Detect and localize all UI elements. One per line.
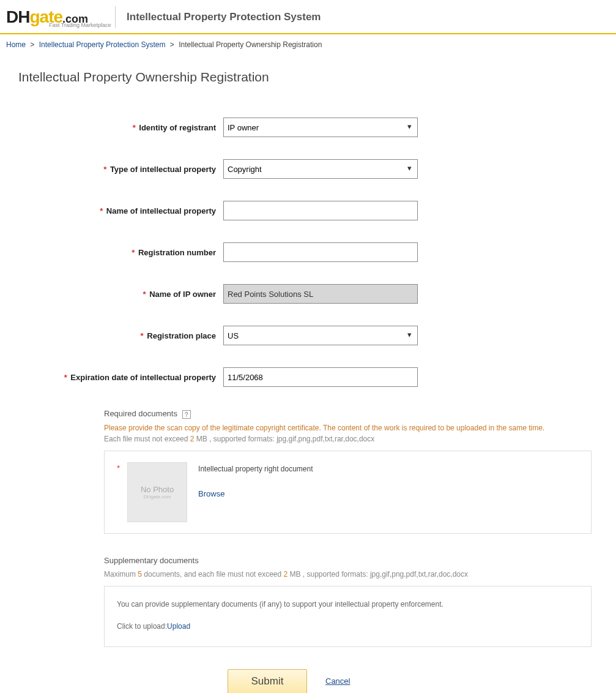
supp-line1: You can provide supplementary documents … — [117, 600, 579, 609]
breadcrumb-system[interactable]: Intellectual Property Protection System — [39, 40, 166, 49]
upload-text: Intellectual property right document Bro… — [198, 462, 313, 498]
breadcrumb: Home > Intellectual Property Protection … — [0, 34, 616, 53]
cancel-link[interactable]: Cancel — [325, 676, 350, 686]
logo-dh: DH — [6, 7, 29, 26]
label-identity: * Identity of registrant — [6, 123, 223, 132]
row-owner: * Name of IP owner — [6, 284, 610, 304]
supp-line2: Click to upload:Upload — [117, 622, 579, 631]
logo-tagline: Fast Trading Marketplace — [49, 22, 111, 28]
req-asterisk: * — [117, 463, 120, 473]
form-area: * Identity of registrant IP owner * Type… — [0, 91, 616, 693]
supp-heading: Supplementary documents — [104, 556, 592, 565]
divider — [115, 6, 116, 28]
row-expire: * Expiration date of intellectual proper… — [6, 367, 610, 387]
input-owner — [223, 284, 418, 304]
breadcrumb-current: Intellectual Property Ownership Registra… — [179, 40, 322, 49]
label-owner: * Name of IP owner — [6, 290, 223, 299]
browse-link[interactable]: Browse — [198, 489, 313, 498]
supp-sub: Maximum 5 documents, and each file must … — [104, 570, 592, 579]
no-photo-placeholder: No Photo DHgate.com — [127, 462, 187, 522]
button-row: Submit Cancel — [228, 669, 610, 693]
supp-box: You can provide supplementary documents … — [104, 586, 592, 647]
label-expire: * Expiration date of intellectual proper… — [6, 373, 223, 382]
required-docs-section: Required documents ? Please provide the … — [104, 409, 592, 534]
submit-button[interactable]: Submit — [228, 669, 307, 693]
upload-box: * No Photo DHgate.com Intellectual prope… — [104, 451, 592, 534]
doc-label: Intellectual property right document — [198, 465, 313, 473]
select-type[interactable]: Copyright — [223, 159, 418, 179]
row-reg-num: * Registration number — [6, 242, 610, 262]
header-bar: DHgate.com Fast Trading Marketplace Inte… — [0, 0, 616, 34]
breadcrumb-home[interactable]: Home — [6, 40, 26, 49]
row-type: * Type of intellectual property Copyrigh… — [6, 159, 610, 179]
no-photo-text: No Photo — [141, 485, 174, 494]
header-title: Intellectual Property Protection System — [127, 11, 321, 23]
label-reg-num: * Registration number — [6, 248, 223, 257]
upload-link[interactable]: Upload — [167, 622, 190, 631]
row-identity: * Identity of registrant IP owner — [6, 118, 610, 137]
label-place: * Registration place — [6, 331, 223, 340]
input-reg-num[interactable] — [223, 242, 418, 262]
breadcrumb-sep: > — [30, 40, 34, 49]
select-place[interactable]: US — [223, 326, 418, 345]
select-identity[interactable]: IP owner — [223, 118, 418, 137]
supplementary-section: Supplementary documents Maximum 5 docume… — [104, 556, 592, 647]
row-name-ip: * Name of intellectual property — [6, 201, 610, 220]
logo[interactable]: DHgate.com Fast Trading Marketplace — [6, 7, 88, 27]
label-type: * Type of intellectual property — [6, 165, 223, 174]
page-title: Intellectual Property Ownership Registra… — [0, 53, 616, 91]
breadcrumb-sep: > — [170, 40, 174, 49]
no-photo-sub: DHgate.com — [144, 494, 171, 500]
row-place: * Registration place US — [6, 326, 610, 345]
input-expire[interactable] — [223, 367, 418, 387]
label-name-ip: * Name of intellectual property — [6, 206, 223, 215]
required-docs-heading: Required documents ? — [104, 409, 592, 419]
required-docs-notice: Please provide the scan copy of the legi… — [104, 424, 592, 432]
required-docs-sub: Each file must not exceed 2 MB , support… — [104, 435, 592, 443]
help-icon[interactable]: ? — [182, 410, 191, 419]
input-name-ip[interactable] — [223, 201, 418, 220]
